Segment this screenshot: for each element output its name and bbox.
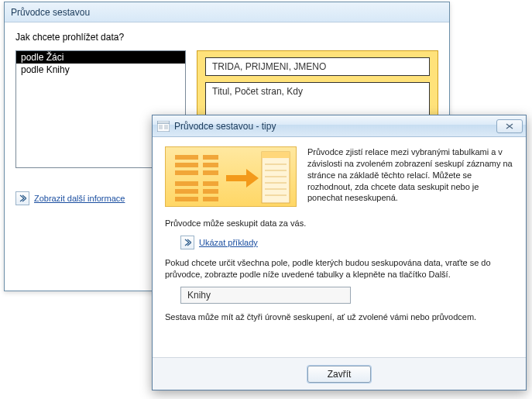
tips-intro-text: Průvodce zjistí relace mezi vybranými ta… (307, 146, 513, 207)
show-examples-row: Ukázat příklady (180, 236, 513, 249)
list-item[interactable]: podle Knihy (16, 64, 185, 76)
chevron-right-icon[interactable] (15, 191, 29, 205)
close-dialog-button[interactable]: Zavřít (307, 366, 371, 383)
tips-line-1: Průvodce může seskupit data za vás. (165, 218, 513, 229)
show-more-link[interactable]: Zobrazit další informace (34, 194, 125, 203)
svg-rect-18 (203, 189, 218, 194)
wizard-title: Průvodce sestavou (11, 7, 90, 18)
report-icon (157, 121, 170, 132)
svg-rect-0 (157, 121, 170, 132)
wizard-tips-dialog: Průvodce sestavou - tipy (152, 115, 527, 390)
close-button[interactable] (496, 119, 523, 133)
svg-rect-13 (175, 197, 198, 201)
chevron-right-icon[interactable] (180, 236, 194, 249)
svg-rect-17 (203, 181, 218, 186)
list-item[interactable]: podle Žáci (16, 51, 185, 64)
preview-header: TRIDA, PRIJMENI, JMENO (205, 57, 430, 76)
svg-rect-19 (203, 197, 218, 201)
show-examples-link[interactable]: Ukázat příklady (199, 238, 258, 247)
svg-rect-12 (175, 189, 198, 194)
wizard-question: Jak chcete prohlížet data? (15, 32, 438, 43)
svg-rect-16 (203, 170, 218, 175)
tips-button-bar: Zavřít (153, 357, 526, 390)
tips-titlebar: Průvodce sestavou - tipy (153, 115, 526, 137)
svg-rect-15 (203, 163, 218, 167)
tips-title: Průvodce sestavou - tipy (174, 121, 492, 132)
svg-rect-14 (203, 155, 218, 160)
svg-rect-11 (175, 181, 198, 186)
svg-rect-10 (175, 170, 198, 175)
svg-rect-21 (262, 152, 290, 158)
svg-rect-8 (175, 155, 198, 160)
tips-line-3: Sestava může mít až čtyři úrovně seskupe… (165, 311, 513, 323)
referenced-table-name: Knihy (180, 287, 351, 304)
svg-rect-9 (175, 163, 198, 167)
grouping-illustration (165, 146, 297, 207)
close-icon (506, 123, 513, 129)
tips-line-2: Pokud chcete určit všechna pole, podle k… (165, 257, 513, 280)
tips-content: Průvodce zjistí relace mezi vybranými ta… (153, 137, 526, 336)
wizard-titlebar: Průvodce sestavou (5, 2, 449, 22)
